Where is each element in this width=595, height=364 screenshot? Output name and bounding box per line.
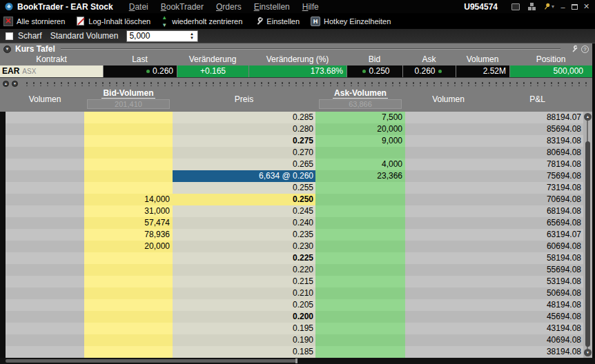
bid-volume-cell[interactable]	[84, 287, 173, 299]
ask-volume-cell[interactable]	[315, 217, 405, 229]
ask-volume-cell[interactable]: 23,366	[315, 170, 405, 182]
ask-volume-cell[interactable]	[315, 147, 405, 159]
vertical-scrollbar[interactable]: ▲ ▼	[583, 112, 592, 358]
menu-einstellen[interactable]: Einstellen	[254, 2, 290, 12]
ask-volume-cell[interactable]	[315, 264, 405, 276]
minimize-button[interactable]: –	[557, 3, 569, 11]
scroll-down-button[interactable]: ▼	[584, 349, 592, 356]
ask-volume-cell[interactable]	[315, 299, 405, 311]
ask-volume-cell[interactable]	[315, 194, 405, 205]
bid-volume-cell[interactable]	[84, 276, 173, 287]
ask-volume-cell[interactable]	[315, 229, 405, 241]
price-cell[interactable]: 0.205	[173, 299, 315, 311]
ask-volume-cell[interactable]	[315, 205, 405, 217]
price-cell[interactable]: 0.185	[173, 346, 315, 358]
price-cell[interactable]: 0.245	[173, 205, 315, 217]
ask-volume-cell[interactable]	[315, 311, 405, 323]
price-cell[interactable]: 0.230	[173, 241, 315, 252]
bid-volume-cell[interactable]	[84, 182, 173, 194]
price-cell[interactable]: 0.270	[173, 147, 315, 159]
ask-volume-cell[interactable]	[315, 276, 405, 287]
armed-checkbox[interactable]	[6, 32, 13, 40]
price-cell[interactable]: 0.285	[173, 112, 315, 123]
bid-volume-cell[interactable]: 20,000	[84, 241, 173, 252]
close-button[interactable]: ✕	[581, 2, 592, 11]
price-cell[interactable]: 0.250	[173, 194, 315, 205]
ladder-splitter[interactable]: ▲ ▼	[0, 80, 592, 87]
price-cell[interactable]: 0.210	[173, 287, 315, 299]
bid-volume-cell[interactable]: 31,000	[84, 205, 173, 217]
menu-booktrader[interactable]: BookTrader	[161, 2, 204, 12]
price-cell[interactable]: 0.195	[173, 323, 315, 334]
menu-datei[interactable]: Datei	[129, 2, 148, 12]
collapse-section-button[interactable]: ▼	[3, 46, 11, 53]
scrollbar-thumb[interactable]	[585, 141, 590, 347]
clear-log-button[interactable]: Log-Inhalt löschen	[76, 17, 150, 26]
menu-orders[interactable]: Orders	[216, 2, 242, 12]
bid-volume-cell[interactable]	[84, 299, 173, 311]
bid-volume-cell[interactable]: 78,936	[84, 229, 173, 241]
price-cell[interactable]: 0.235	[173, 229, 315, 241]
bid-volume-cell[interactable]	[84, 112, 173, 123]
bid-volume-cell[interactable]	[84, 135, 173, 147]
ask-volume-cell[interactable]: 7,500	[315, 112, 405, 123]
bid-volume-cell[interactable]	[84, 311, 173, 323]
bid-volume-cell[interactable]	[84, 252, 173, 264]
h-scrollbar-thumb[interactable]	[6, 359, 297, 363]
price-cell[interactable]: 0.280	[173, 123, 315, 135]
bid-volume-cell[interactable]	[84, 264, 173, 276]
ask-volume-cell[interactable]	[315, 346, 405, 358]
price-cell[interactable]: 0.240	[173, 217, 315, 229]
pin-icon[interactable]: ▾	[543, 2, 554, 11]
bid-volume-cell[interactable]	[84, 334, 173, 346]
price-cell[interactable]: 0.275	[173, 135, 315, 147]
horizontal-scrollbar[interactable]	[0, 358, 595, 364]
ask-volume-cell[interactable]	[315, 334, 405, 346]
price-cell[interactable]: 6,634 @ 0.260	[173, 170, 315, 182]
price-cell[interactable]: 0.215	[173, 276, 315, 287]
price-cell[interactable]: 0.265	[173, 159, 315, 170]
splitter-grip[interactable]	[23, 81, 592, 86]
scroll-ladder-down-button[interactable]: ▼	[12, 81, 18, 87]
cancel-all-button[interactable]: Alle stornieren	[3, 17, 65, 26]
quote-contract-cell[interactable]: EARASX	[0, 65, 103, 77]
scroll-up-button[interactable]: ▲	[584, 113, 592, 121]
price-cell[interactable]: 0.255	[173, 182, 315, 194]
bid-volume-cell[interactable]	[84, 123, 173, 135]
volume-spinner[interactable]: ▲▼	[186, 31, 197, 41]
bid-volume-cell[interactable]: 57,474	[84, 217, 173, 229]
price-cell[interactable]: 0.225	[173, 252, 315, 264]
blocks-icon[interactable]	[527, 2, 538, 11]
default-volume-input[interactable]	[127, 31, 185, 41]
bid-volume-cell[interactable]	[84, 170, 173, 182]
section-wrench-icon[interactable]	[569, 45, 578, 53]
scroll-ladder-up-button[interactable]: ▲	[3, 81, 9, 87]
default-volume-field[interactable]: ▲▼	[126, 30, 198, 42]
price-cell[interactable]: 0.220	[173, 264, 315, 276]
ask-volume-cell[interactable]: 9,000	[315, 135, 405, 147]
bid-volume-cell[interactable]	[84, 346, 173, 358]
configure-button[interactable]: Einstellen	[253, 17, 300, 26]
ask-volume-cell[interactable]	[315, 287, 405, 299]
pin-caret-icon[interactable]: ▾	[552, 3, 554, 10]
maximize-button[interactable]	[569, 3, 581, 11]
bid-volume-cell[interactable]: 14,000	[84, 194, 173, 205]
help-icon[interactable]: ?	[581, 46, 589, 53]
bid-volume-cell[interactable]	[84, 323, 173, 334]
ask-volume-cell[interactable]	[315, 252, 405, 264]
bid-volume-cell[interactable]	[84, 147, 173, 159]
h-scrollbar-grip[interactable]	[295, 358, 298, 363]
screenshot-icon[interactable]	[510, 2, 521, 11]
ask-volume-cell[interactable]	[315, 182, 405, 194]
ask-volume-cell[interactable]	[315, 241, 405, 252]
ask-volume-cell[interactable]: 4,000	[315, 159, 405, 170]
hotkey-details-button[interactable]: H Hotkey Einzelheiten	[311, 17, 391, 26]
recenter-button[interactable]: wiederholt zentrieren	[162, 17, 242, 26]
quote-row[interactable]: EARASX 0.260 +0.165 173.68% 0.250 0.260 …	[0, 65, 592, 77]
menu-hilfe[interactable]: Hilfe	[302, 2, 319, 12]
ask-volume-cell[interactable]: 20,000	[315, 123, 405, 135]
ask-volume-cell[interactable]	[315, 323, 405, 334]
bid-volume-cell[interactable]	[84, 159, 173, 170]
price-cell[interactable]: 0.190	[173, 334, 315, 346]
price-cell[interactable]: 0.200	[173, 311, 315, 323]
